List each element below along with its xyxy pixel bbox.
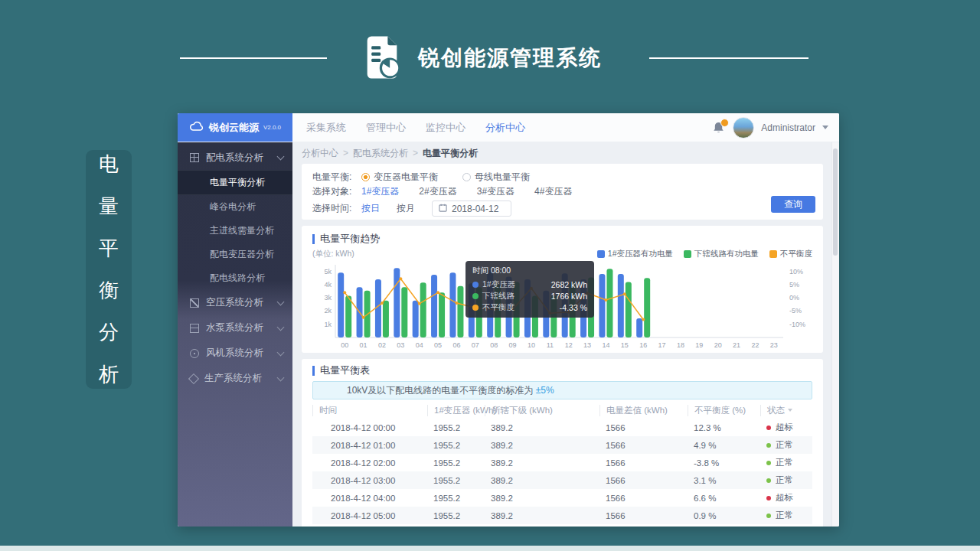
table-cell: 1955.2 xyxy=(427,476,485,485)
svg-text:08: 08 xyxy=(490,341,498,349)
balance-trend-chart[interactable]: 1k2k3k4k5k-10%-5%0%5%10%0001020304050607… xyxy=(312,261,812,355)
svg-text:21: 21 xyxy=(733,341,740,349)
sidebar-item[interactable]: 电量平衡分析 xyxy=(178,170,292,195)
table-cell: 389.2 xyxy=(485,476,599,485)
tooltip-series-value: 1766 kWh xyxy=(551,292,587,301)
table-row[interactable]: 2018-4-12 00:001955.2389.2156612.3 %超标 xyxy=(312,419,812,436)
nav-item[interactable]: 监控中心 xyxy=(426,121,466,135)
legend-swatch xyxy=(769,250,777,258)
tooltip-series-dot xyxy=(472,282,479,288)
date-picker[interactable]: 2018-04-12 xyxy=(432,201,511,217)
tooltip-title: 时间 08:00 xyxy=(472,266,587,276)
status-cell: 正常 xyxy=(760,439,812,451)
nav-item[interactable]: 管理中心 xyxy=(366,121,406,135)
svg-text:07: 07 xyxy=(472,341,479,349)
app-logo[interactable]: 锐创云能源 V2.0.0 xyxy=(178,113,292,142)
svg-text:3k: 3k xyxy=(324,294,332,302)
legend-label: 下辖线路有功电量 xyxy=(694,249,759,259)
sidebar-item[interactable]: 主进线需量分析 xyxy=(178,219,292,243)
tooltip-series-name: 1#变压器 xyxy=(482,279,515,290)
status-dot-icon xyxy=(766,443,771,448)
table-row[interactable]: 2018-4-12 02:001955.2389.21566-3.8 %正常 xyxy=(312,454,812,471)
filter-option[interactable]: 变压器电量平衡 xyxy=(361,171,438,184)
svg-text:09: 09 xyxy=(509,341,517,349)
sidebar: 配电系统分析电量平衡分析峰谷电分析主进线需量分析配电变压器分析配电线路分析空压系… xyxy=(178,142,292,527)
sidebar-item[interactable]: 配电变压器分析 xyxy=(178,243,292,266)
tooltip-series-value: -4.33 % xyxy=(560,303,587,312)
breadcrumb: 分析中心>配电系统分析>电量平衡分析 xyxy=(302,142,823,164)
table-cell: 1955.2 xyxy=(427,511,485,520)
status-cell: 超标 xyxy=(760,422,812,433)
filter-option[interactable]: 1#变压器 xyxy=(361,185,399,198)
notification-bell-icon[interactable] xyxy=(713,121,726,135)
table-header-cell: 所辖下级 (kWh) xyxy=(485,405,599,416)
content-scrollbar[interactable] xyxy=(831,142,839,527)
tooltip-series-dot xyxy=(472,305,479,311)
legend-item[interactable]: 1#变压器有功电量 xyxy=(597,249,673,259)
app-window: 锐创云能源 V2.0.0 采集系统管理中心监控中心分析中心 Administra… xyxy=(178,113,839,527)
svg-text:23: 23 xyxy=(770,341,778,349)
filter-option[interactable]: 按月 xyxy=(397,202,415,215)
table-panel: 电量平衡表 10kV及以下配电线路的电量不平衡度的标准为 ±5% 时间1#变压器… xyxy=(302,359,823,527)
table-row[interactable]: 2018-4-12 06:001955.2389.215662.7 %正常 xyxy=(312,524,812,527)
sidebar-group-label: 风机系统分析 xyxy=(206,347,271,360)
side-tag-char: 析 xyxy=(99,361,119,388)
table-row[interactable]: 2018-4-12 04:001955.2389.215666.6 %超标 xyxy=(312,489,812,507)
sort-caret-icon[interactable] xyxy=(788,409,792,412)
sidebar-item[interactable]: 峰谷电分析 xyxy=(178,195,292,219)
filter-option[interactable]: 4#变压器 xyxy=(534,185,572,198)
svg-text:5%: 5% xyxy=(789,281,799,289)
scrollbar-thumb[interactable] xyxy=(833,148,838,256)
svg-text:02: 02 xyxy=(378,341,386,349)
legend-item[interactable]: 下辖线路有功电量 xyxy=(684,249,759,259)
table-header-cell[interactable]: 状态 xyxy=(760,405,812,416)
slide-bottom-strip xyxy=(0,546,980,551)
filter-option[interactable]: 按日 xyxy=(361,202,380,215)
legend-label: 不平衡度 xyxy=(780,249,812,259)
radio-label: 母线电量平衡 xyxy=(475,171,530,184)
table-row[interactable]: 2018-4-12 03:001955.2389.215663.1 %正常 xyxy=(312,471,812,489)
table-header-cell: 时间 xyxy=(312,405,427,416)
sidebar-group[interactable]: 配电系统分析 xyxy=(178,145,292,170)
user-name[interactable]: Administrator xyxy=(761,122,815,133)
table-icon xyxy=(190,324,199,333)
nav-item[interactable]: 采集系统 xyxy=(306,121,346,135)
chevron-down-icon xyxy=(277,323,285,331)
sidebar-group[interactable]: 空压系统分析 xyxy=(178,290,292,315)
sidebar-group-label: 生产系统分析 xyxy=(204,372,271,385)
chevron-down-icon xyxy=(277,153,285,161)
column-label: 状态 xyxy=(767,405,785,416)
query-button[interactable]: 查询 xyxy=(771,196,815,213)
legend-item[interactable]: 不平衡度 xyxy=(769,249,812,259)
table-cell: 1955.2 xyxy=(427,494,485,503)
sidebar-group[interactable]: 水泵系统分析 xyxy=(178,315,292,341)
nav-item[interactable]: 分析中心 xyxy=(485,121,525,135)
time-filter-label: 选择时间: xyxy=(312,202,361,215)
breadcrumb-item[interactable]: 配电系统分析 xyxy=(353,147,408,160)
table-cell: 389.2 xyxy=(485,494,599,503)
column-label: 所辖下级 (kWh) xyxy=(492,405,553,416)
radio-label: 变压器电量平衡 xyxy=(374,171,438,184)
sidebar-group[interactable]: 风机系统分析 xyxy=(178,341,292,366)
sidebar-group[interactable]: 生产系统分析 xyxy=(178,366,292,391)
time-modes: 按日按月 xyxy=(361,202,432,215)
filter-option[interactable]: 2#变压器 xyxy=(419,185,456,198)
report-document-icon xyxy=(364,35,400,83)
chart-unit-label: (单位: kWh) xyxy=(312,249,354,259)
sidebar-group-label: 空压系统分析 xyxy=(206,296,271,309)
breadcrumb-item[interactable]: 分析中心 xyxy=(302,147,338,160)
table-cell: 2018-4-12 00:00 xyxy=(312,423,427,432)
avatar[interactable] xyxy=(733,117,754,139)
table-row[interactable]: 2018-4-12 01:001955.2389.215664.9 %正常 xyxy=(312,436,812,454)
filter-option[interactable]: 母线电量平衡 xyxy=(462,171,530,184)
chevron-down-icon[interactable] xyxy=(822,126,828,129)
table-row[interactable]: 2018-4-12 05:001955.2389.215660.9 %正常 xyxy=(312,507,812,524)
tooltip-rows: 1#变压器2682 kWh下辖线路1766 kWh不平衡度-4.33 % xyxy=(472,279,587,313)
filter-option[interactable]: 3#变压器 xyxy=(477,185,514,198)
chart-legend: 1#变压器有功电量下辖线路有功电量不平衡度 xyxy=(597,249,812,259)
column-label: 时间 xyxy=(319,405,337,416)
sidebar-item[interactable]: 配电线路分析 xyxy=(178,266,292,290)
status-label: 正常 xyxy=(776,510,793,521)
svg-text:03: 03 xyxy=(397,341,404,349)
table-cell: 2018-4-12 02:00 xyxy=(312,458,427,468)
